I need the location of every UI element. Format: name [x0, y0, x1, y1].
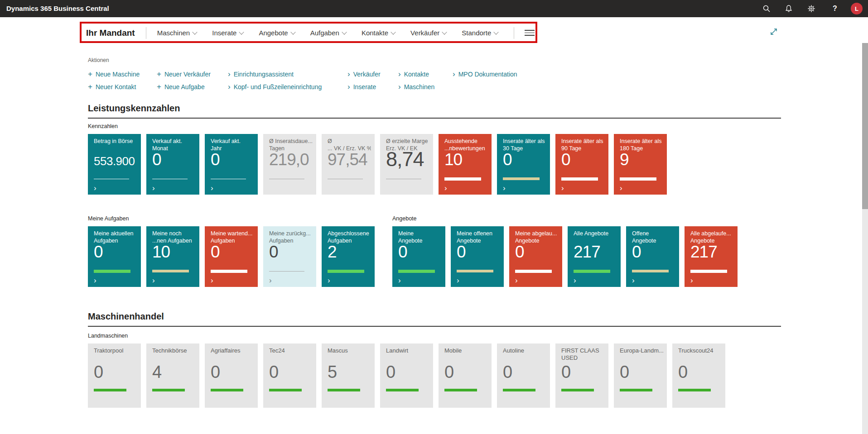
tile-label: Tec24 — [269, 347, 313, 354]
kpi-tile-meine-aktuellen-aufgaben[interactable]: Meine aktuellenAufgaben0› — [88, 226, 141, 287]
tile-row: LandmaschinenTraktorpool0Technikbörse4Ag… — [88, 333, 725, 408]
tile-value: 10 — [444, 150, 462, 169]
kpi-tile-landwirt[interactable]: Landwirt0 — [380, 343, 433, 408]
kpi-tile-first-claas-used[interactable]: FIRST CLAASUSED0 — [555, 343, 608, 408]
kpi-tile-abgeschlossene-aufgaben[interactable]: AbgeschlosseneAufgaben2› — [322, 226, 375, 287]
action-link-kopf-und-fußzeileneinrichtung[interactable]: ›Kopf- und Fußzeileneinrichtung — [228, 83, 322, 91]
action-link-maschinen[interactable]: ›Maschinen — [398, 83, 434, 91]
kpi-tile-erzielte-marge-erz-vk-ek[interactable]: Ø erzielte MargeErz. VK / EK8,74 — [380, 134, 433, 195]
tile-value: 2 — [328, 243, 337, 262]
action-link-mpo-dokumentation[interactable]: ›MPO Dokumentation — [453, 71, 517, 78]
nav-item-angebote[interactable]: Angebote — [259, 29, 294, 37]
kpi-tile-inserate-älter-als-180-tage[interactable]: Inserate älter als180 Tage9› — [614, 134, 667, 195]
kpi-tile-agriaffaires[interactable]: Agriaffaires0 — [205, 343, 258, 408]
divider — [514, 27, 514, 39]
kpi-tile-tec24[interactable]: Tec240 — [263, 343, 316, 408]
kpi-tile-alle-abgelaufe-angebote[interactable]: Alle abgelaufe...Angebote217› — [685, 226, 738, 287]
tiles: Meine aktuellenAufgaben0›Meine noch...ne… — [88, 226, 375, 287]
search-icon[interactable] — [761, 3, 772, 14]
avatar[interactable]: L — [851, 3, 863, 14]
nav-item-kontakte[interactable]: Kontakte — [362, 29, 395, 37]
tile-group-kennzahlen: KennzahlenBetrag in Börse553.900›Verkauf… — [88, 123, 667, 195]
kpi-tile-truckscout24[interactable]: Truckscout240 — [672, 343, 725, 408]
chevron-right-icon: › — [328, 277, 330, 284]
tile-label: Alle Angebote — [574, 230, 617, 237]
kpi-tile-meine-abgelau-angebote[interactable]: Meine abgelau...Angebote0› — [509, 226, 562, 287]
hamburger-menu-icon[interactable] — [525, 29, 535, 37]
tile-trend-bar — [398, 270, 435, 273]
tile-trend-bar — [211, 389, 243, 391]
action-link-label: Maschinen — [404, 83, 435, 91]
action-link-neue-aufgabe[interactable]: +Neue Aufgabe — [157, 83, 205, 91]
kpi-tile-verkauf-akt-monat[interactable]: Verkauf akt.Monat0› — [146, 134, 199, 195]
kpi-tile-europa-landm[interactable]: Europa-Landm...0 — [614, 343, 667, 408]
nav-item-label: Maschinen — [157, 29, 190, 37]
kpi-tile-meine-angebote[interactable]: MeineAngebote0› — [392, 226, 445, 287]
tile-trend-bar — [269, 389, 302, 391]
kpi-tile-inserate-älter-als-90-tage[interactable]: Inserate älter als90 Tage0› — [555, 134, 608, 195]
tile-value: 0 — [620, 362, 629, 382]
tile-value: 0 — [386, 362, 395, 382]
tile-trend-bar — [561, 389, 594, 391]
nav-item-standorte[interactable]: Standorte — [462, 29, 498, 37]
kpi-tile-technikbörse[interactable]: Technikbörse4 — [146, 343, 199, 408]
kpi-tile-alle-angebote[interactable]: Alle Angebote217› — [568, 226, 621, 287]
tile-value: 0 — [678, 362, 687, 382]
tile-value: 9 — [620, 150, 629, 169]
tile-trend-bar — [386, 179, 421, 179]
kpi-tile-autoline[interactable]: Autoline0 — [497, 343, 550, 408]
action-link-label: Neue Maschine — [96, 71, 140, 78]
tile-trend-bar — [678, 389, 711, 391]
help-icon[interactable]: ? — [829, 3, 840, 14]
action-link-neue-maschine[interactable]: +Neue Maschine — [88, 71, 140, 78]
action-cell: ›Maschinen — [398, 83, 453, 91]
action-link-verkäufer[interactable]: ›Verkäufer — [347, 71, 381, 78]
kpi-tile-meine-offenen-angebote[interactable]: Meine offenenAngebote0› — [451, 226, 504, 287]
nav-item-inserate[interactable]: Inserate — [212, 29, 243, 37]
kpi-tile-betrag-in-börse[interactable]: Betrag in Börse553.900› — [88, 134, 141, 195]
tile-label: Mascus — [328, 347, 371, 354]
kpi-tile-meine-noch-nen-aufgaben[interactable]: Meine noch...nen Aufgaben10› — [146, 226, 199, 287]
kpi-tile-inseratsdaue-tagen[interactable]: Ø Inseratsdaue...Tagen219,0 — [263, 134, 316, 195]
nav-item-verkäufer[interactable]: Verkäufer — [410, 29, 446, 37]
action-link-neuer-kontakt[interactable]: +Neuer Kontakt — [88, 83, 136, 91]
tile-label: Agriaffaires — [211, 347, 254, 354]
tile-row: Meine AufgabenMeine aktuellenAufgaben0›M… — [88, 215, 738, 287]
tile-trend-bar — [94, 270, 130, 273]
kpi-tile-verkauf-akt-jahr[interactable]: Verkauf akt.Jahr0› — [205, 134, 258, 195]
kpi-tile-meine-wartend-aufgaben[interactable]: Meine wartend...Aufgaben0› — [205, 226, 258, 287]
nav-item-maschinen[interactable]: Maschinen — [157, 29, 197, 37]
tile-value: 0 — [94, 243, 103, 262]
expand-icon[interactable] — [769, 27, 779, 37]
action-link-neuer-verkäufer[interactable]: +Neuer Verkäufer — [157, 71, 211, 78]
kpi-tile-ausstehende-nbewertungen[interactable]: Ausstehende...nbewertungen10› — [439, 134, 492, 195]
settings-icon[interactable] — [806, 3, 817, 14]
tile-label: Mobile — [444, 347, 488, 354]
kpi-tile-mascus[interactable]: Mascus5 — [322, 343, 375, 408]
scrollbar-thumb[interactable] — [862, 43, 868, 209]
chevron-right-icon: › — [94, 277, 96, 284]
nav-items: MaschinenInserateAngeboteAufgabenKontakt… — [157, 29, 498, 37]
scrollbar-track-top — [862, 17, 868, 43]
action-link-kontakte[interactable]: ›Kontakte — [398, 71, 429, 78]
tile-trend-bar — [457, 270, 493, 272]
kpi-tile-meine-zurückg-aufgaben[interactable]: Meine zurückg...Aufgaben0› — [263, 226, 316, 287]
action-link-einrichtungsassistent[interactable]: ›Einrichtungsassistent — [228, 71, 294, 78]
chevron-right-icon: › — [444, 184, 447, 192]
notifications-icon[interactable] — [783, 3, 794, 14]
tile-value: 4 — [152, 362, 161, 382]
tile-trend-bar — [561, 177, 598, 181]
kpi-tile-vk-erz-vk[interactable]: Ø... VK / Erz. VK %97,54 — [322, 134, 375, 195]
kpi-tile-inserate-älter-als-30-tage[interactable]: Inserate älter als30 Tage0› — [497, 134, 550, 195]
tile-value: 10 — [152, 243, 170, 262]
nav-item-label: Verkäufer — [410, 29, 439, 37]
chevron-down-icon — [290, 29, 295, 34]
nav-item-aufgaben[interactable]: Aufgaben — [310, 29, 346, 37]
kpi-tile-mobile[interactable]: Mobile0 — [439, 343, 492, 408]
action-cell: +Neuer Kontakt — [88, 83, 157, 91]
chevron-right-icon: › — [690, 277, 693, 284]
kpi-tile-offene-angebote[interactable]: OffeneAngebote0› — [626, 226, 679, 287]
tile-value: 0 — [503, 150, 512, 169]
action-link-inserate[interactable]: ›Inserate — [347, 83, 376, 91]
kpi-tile-traktorpool[interactable]: Traktorpool0 — [88, 343, 141, 408]
